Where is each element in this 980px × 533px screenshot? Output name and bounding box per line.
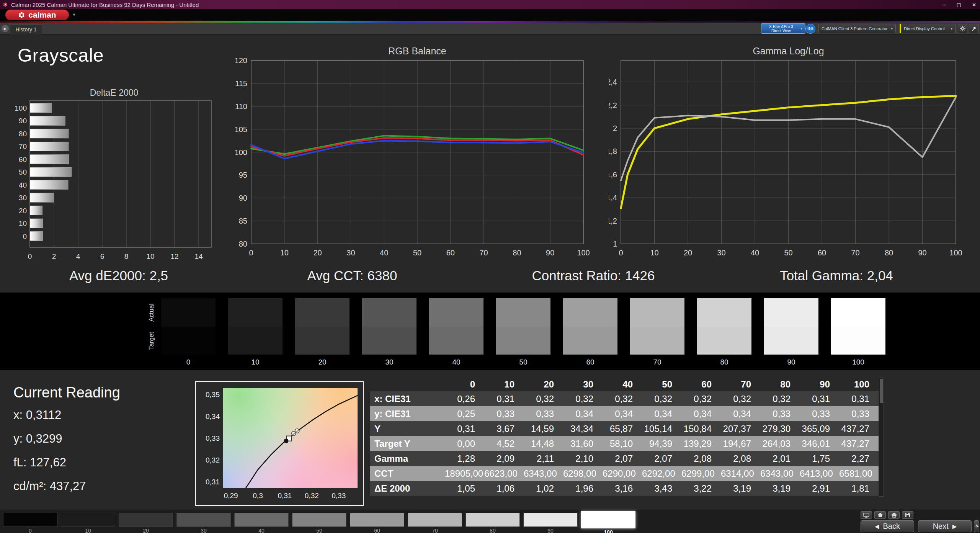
table-value-cell: 0,32 <box>721 391 760 406</box>
table-value-cell: 105,14 <box>642 421 681 436</box>
table-value-cell: 14,48 <box>524 436 563 451</box>
svg-text:40: 40 <box>751 249 759 257</box>
patch-level-10-button[interactable] <box>61 513 115 527</box>
svg-text:115: 115 <box>235 79 247 88</box>
svg-text:0,35: 0,35 <box>206 391 220 399</box>
table-value-cell: 6314,00 <box>721 466 760 481</box>
svg-text:80: 80 <box>885 249 893 257</box>
measurement-table: 0102030405060708090100x: CIE310,260,310,… <box>370 378 879 496</box>
display-control-dropdown[interactable]: Direct Display Control ▾ <box>900 24 956 33</box>
back-button[interactable]: ◀ Back <box>861 520 914 532</box>
svg-text:90: 90 <box>918 249 926 257</box>
measured-point-marker <box>284 438 288 443</box>
pin-panel-button[interactable] <box>969 24 978 33</box>
table-value-cell: 0,32 <box>524 391 563 406</box>
i1-meter-badge[interactable]: i1® <box>805 24 815 34</box>
print-button[interactable] <box>888 511 900 519</box>
table-corner-cell <box>370 378 445 391</box>
swatch-actual-half <box>228 298 283 327</box>
deltae-bar <box>30 155 69 164</box>
table-value-cell: 2,27 <box>839 451 879 466</box>
grayscale-swatch-50 <box>496 298 550 355</box>
svg-text:60: 60 <box>818 249 826 257</box>
svg-text:0: 0 <box>249 249 253 257</box>
svg-text:0,32: 0,32 <box>206 456 220 464</box>
patch-level-100-button[interactable] <box>581 511 635 528</box>
meter-dropdown[interactable]: X-Rite i1Pro 3 Direct View ▾ <box>761 23 805 34</box>
history-nav-button[interactable]: ▶ <box>2 25 9 32</box>
pin-icon <box>971 26 977 31</box>
settings-gear-button[interactable] <box>958 24 967 33</box>
menu-caret-icon[interactable]: ▼ <box>72 12 76 17</box>
table-row-label: Y <box>370 421 445 436</box>
svg-text:6: 6 <box>100 252 105 260</box>
close-button[interactable]: ✕ <box>972 2 976 8</box>
svg-text:0,29: 0,29 <box>224 492 238 500</box>
patch-level-20-button[interactable] <box>119 513 173 527</box>
svg-text:90: 90 <box>239 194 247 202</box>
table-value-cell: 2,91 <box>800 481 839 496</box>
table-value-cell: 0,33 <box>839 406 879 421</box>
patch-level-60-button[interactable] <box>350 513 404 527</box>
tab-history-1[interactable]: History 1 <box>10 24 42 34</box>
svg-text:2: 2 <box>613 124 617 132</box>
table-value-cell: 437,27 <box>839 436 879 451</box>
patch-level-70-button[interactable] <box>408 513 462 527</box>
table-scrollbar[interactable] <box>879 378 884 497</box>
swatch-level-label: 100 <box>831 358 885 366</box>
deltae-chart: 024681012141009080706050403020100DeltaE … <box>11 88 218 270</box>
patch-level-80-button[interactable] <box>466 513 520 527</box>
display-mode-button[interactable] <box>861 511 872 519</box>
minimize-button[interactable]: ─ <box>942 2 946 8</box>
patch-level-40-button[interactable] <box>234 513 289 527</box>
swatch-target-half <box>630 327 684 355</box>
table-value-cell: 1,06 <box>484 481 524 496</box>
svg-text:120: 120 <box>235 56 247 65</box>
table-value-cell: 2,09 <box>484 451 524 466</box>
table-value-cell: 6298,00 <box>563 466 603 481</box>
svg-text:1,4: 1,4 <box>609 193 617 202</box>
svg-text:50: 50 <box>19 168 27 176</box>
svg-text:8: 8 <box>124 252 129 260</box>
nav-gear-button[interactable] <box>974 520 979 532</box>
swatch-actual-half <box>429 298 483 327</box>
table-column-header: 10 <box>484 378 524 391</box>
next-button[interactable]: Next ▶ <box>918 520 972 532</box>
patch-level-label: 100 <box>581 529 635 533</box>
save-button[interactable] <box>902 511 913 519</box>
svg-text:1,2: 1,2 <box>609 217 617 225</box>
swatch-target-half <box>362 327 416 355</box>
calman-menu-button[interactable]: calman <box>5 10 69 20</box>
current-reading-cdm2: cd/m²: 437,27 <box>13 479 86 493</box>
maximize-button[interactable]: ▢ <box>957 2 961 8</box>
grayscale-swatch-30 <box>362 298 416 355</box>
table-value-cell: 2,07 <box>603 451 642 466</box>
stat-total-gamma: Total Gamma: 2,04 <box>727 268 946 283</box>
grayscale-swatch-40 <box>429 298 483 355</box>
svg-text:50: 50 <box>413 249 421 257</box>
deltae-bar <box>30 206 42 215</box>
swatch-level-label: 40 <box>429 358 483 366</box>
table-value-cell: 0,31 <box>839 391 879 406</box>
patch-level-90-button[interactable] <box>523 513 578 527</box>
patch-level-50-button[interactable] <box>292 513 346 527</box>
home-button[interactable] <box>874 511 886 519</box>
table-value-cell: 6299,00 <box>681 466 721 481</box>
svg-text:0,32: 0,32 <box>305 492 319 500</box>
swatch-target-half <box>697 327 751 355</box>
table-row-label: Target Y <box>370 436 445 451</box>
table-value-cell: 6343,00 <box>760 466 800 481</box>
swatch-level-label: 30 <box>362 358 416 366</box>
menu-bar: calman ▼ <box>0 9 980 21</box>
table-value-cell: 1,05 <box>445 481 484 496</box>
table-value-cell: 0,33 <box>760 406 800 421</box>
swatch-target-half <box>429 327 483 355</box>
table-value-cell: 0,32 <box>681 391 721 406</box>
swatch-level-label: 60 <box>563 358 617 366</box>
pattern-generator-dropdown[interactable]: CalMAN Client 3 Pattern Generator ▾ <box>818 24 896 33</box>
table-value-cell: 1,02 <box>524 481 563 496</box>
patch-level-0-button[interactable] <box>3 513 57 527</box>
stat-contrast-ratio: Contrast Ratio: 1426 <box>486 268 701 283</box>
table-value-cell: 65,87 <box>603 421 642 436</box>
patch-level-30-button[interactable] <box>176 513 231 527</box>
